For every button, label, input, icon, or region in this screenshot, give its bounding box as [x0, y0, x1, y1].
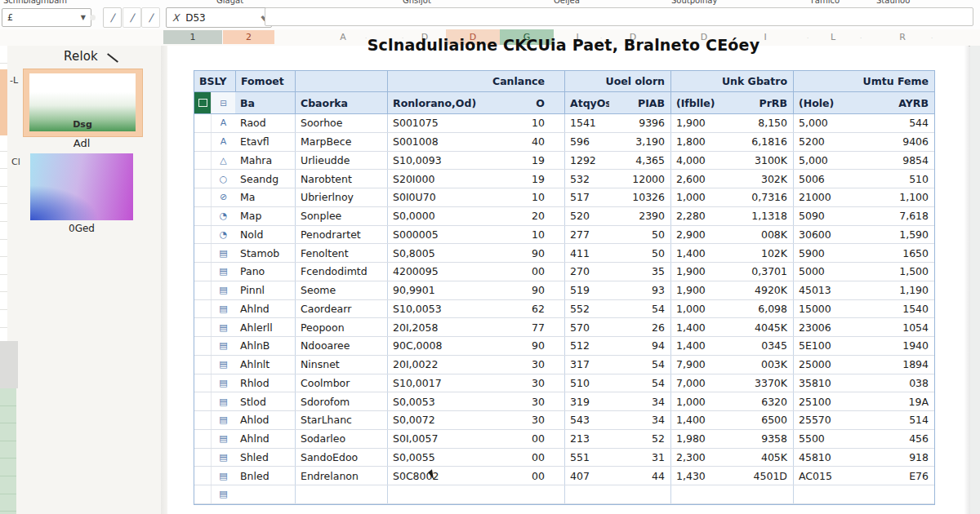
header-o[interactable]: O — [503, 92, 564, 113]
cell-c[interactable]: 2,280 — [670, 207, 724, 225]
cell-blank[interactable] — [194, 244, 211, 262]
cell-val[interactable]: S20I000 — [387, 170, 503, 188]
cell-e[interactable]: 5,000 — [793, 114, 850, 132]
cell-b[interactable]: 2390 — [609, 207, 670, 225]
cell-c[interactable]: 1,400 — [670, 318, 724, 336]
doc-icon[interactable]: ▤ — [211, 337, 235, 355]
cell-o[interactable]: 30 — [503, 356, 564, 374]
doc-icon[interactable]: ▤ — [211, 485, 235, 503]
cell-val[interactable]: S0I0U70 — [387, 188, 503, 206]
cell-e[interactable]: 25100 — [793, 392, 850, 410]
cell-name[interactable]: AhlnB — [235, 337, 295, 355]
cell-f[interactable]: E76 — [850, 467, 934, 485]
cell-d[interactable]: 8,150 — [724, 114, 793, 132]
cell-a[interactable]: 519 — [564, 281, 609, 299]
cell-val[interactable]: S0,8005 — [387, 244, 503, 262]
cell-blank[interactable] — [194, 318, 211, 336]
triangle-icon[interactable]: △ — [211, 152, 235, 170]
cell-a[interactable]: 270 — [564, 263, 609, 281]
ribbon-label[interactable]: Famlco — [811, 0, 840, 5]
cell-d[interactable]: 008K — [724, 226, 793, 244]
table-row[interactable]: ▤BnledEndrelanonS0C800200407441,4304501D… — [194, 467, 934, 485]
cell-b[interactable]: 34 — [609, 392, 670, 410]
cell-c[interactable]: 1,900 — [670, 281, 724, 299]
cell-c[interactable]: 1,000 — [670, 188, 724, 206]
cell-blank[interactable] — [194, 226, 211, 244]
cell-e[interactable] — [793, 485, 850, 503]
cell-o[interactable]: 19 — [503, 170, 564, 188]
cell-o[interactable]: 62 — [503, 300, 564, 318]
header-ayrb[interactable]: AYRB — [850, 92, 934, 113]
cell-b[interactable]: 52 — [609, 430, 670, 448]
ribbon-label[interactable]: Schnblagmbam — [3, 0, 67, 5]
cell-a[interactable]: 277 — [564, 226, 609, 244]
a-icon[interactable]: A — [211, 114, 235, 132]
cell-name[interactable]: Ahlnd — [235, 430, 295, 448]
table-row[interactable]: ▤AhlodStarLhancS0,007230543341,400650025… — [194, 411, 934, 430]
cell-c[interactable]: 1,400 — [670, 337, 724, 355]
cell-blank[interactable] — [194, 485, 211, 503]
cell-o[interactable]: 20 — [503, 207, 564, 225]
cell-val[interactable] — [387, 485, 503, 503]
cell-e[interactable]: 35810 — [793, 374, 850, 392]
cell-cat[interactable]: Penodrartet — [295, 226, 387, 244]
header-hole[interactable]: (Hole) — [793, 92, 850, 113]
cell-c[interactable]: 2,600 — [670, 170, 724, 188]
table-row[interactable]: ○SeandgNarobtentS20I00019532120002,60030… — [194, 170, 934, 188]
cell-f[interactable]: 19A — [850, 392, 934, 410]
cell-c[interactable]: 1,980 — [670, 430, 724, 448]
cell-c[interactable]: 4,000 — [670, 152, 724, 170]
cell-cat[interactable]: Ubrierlnoy — [295, 188, 387, 206]
cell-d[interactable]: 6500 — [724, 411, 793, 429]
cell-val[interactable]: 90C,0008 — [387, 337, 503, 355]
cell-blank[interactable] — [194, 170, 211, 188]
cell-c[interactable]: 7,900 — [670, 356, 724, 374]
table-row[interactable]: △MahraUrlieuddeS10,00931912924,3654,0003… — [194, 152, 934, 171]
doc-icon[interactable]: ▤ — [211, 411, 235, 429]
header-cbaorka[interactable]: Cbaorka — [295, 92, 387, 113]
formula-input[interactable] — [265, 7, 973, 26]
cell-o[interactable]: 90 — [503, 281, 564, 299]
cell-val[interactable]: 20I,2058 — [387, 318, 503, 336]
cell-d[interactable]: 405K — [724, 449, 793, 467]
table-row[interactable]: ▤PanoFcendodimtd420009500270351,9000,370… — [194, 263, 934, 281]
ribbon-label[interactable]: Glagat — [216, 0, 243, 5]
cell-a[interactable] — [564, 485, 609, 503]
cell-name[interactable]: Nold — [235, 226, 295, 244]
cell-f[interactable]: 1940 — [850, 337, 934, 355]
cell-d[interactable]: 102K — [724, 244, 793, 262]
doc-icon[interactable]: ▤ — [211, 467, 235, 485]
cell-a[interactable]: 510 — [564, 374, 609, 392]
header-atqyosm[interactable]: AtqyOsm — [564, 92, 609, 113]
table-row[interactable]: ARaodSoorhoeS00107510154193961,9008,1505… — [194, 114, 934, 133]
cell-a[interactable]: 407 — [564, 467, 609, 485]
cell-o[interactable]: 10 — [503, 114, 564, 132]
cell-name[interactable]: Pano — [235, 263, 295, 281]
cell-e[interactable]: 45810 — [793, 449, 850, 467]
ribbon-label[interactable]: Soutpolnay — [671, 0, 717, 5]
cell-cat[interactable] — [295, 485, 387, 503]
cell-val[interactable]: 4200095 — [387, 263, 503, 281]
cell-o[interactable] — [503, 485, 564, 503]
cell-f[interactable]: 9854 — [850, 152, 934, 170]
doc-icon[interactable]: ▤ — [211, 300, 235, 318]
cell-cat[interactable]: Fenoltent — [295, 244, 387, 262]
cell-val[interactable]: S001008 — [387, 133, 503, 151]
cell-d[interactable]: 4045K — [724, 318, 793, 336]
table-row[interactable]: ▤ — [194, 485, 934, 504]
name-box[interactable]: X D53 ▮ — [166, 7, 272, 28]
cell-blank[interactable] — [194, 337, 211, 355]
cell-b[interactable]: 54 — [609, 374, 670, 392]
cell-e[interactable]: 30600 — [793, 226, 850, 244]
cell-o[interactable]: 90 — [503, 337, 564, 355]
cell-blank[interactable] — [194, 133, 211, 151]
cell-cat[interactable]: Caordearr — [295, 300, 387, 318]
cell-name[interactable]: Mahra — [235, 152, 295, 170]
cell-e[interactable]: 5,000 — [793, 152, 850, 170]
cell-o[interactable]: 30 — [503, 374, 564, 392]
doc-icon[interactable]: ▤ — [211, 244, 235, 262]
cell-d[interactable]: 0,7316 — [724, 188, 793, 206]
cell-c[interactable]: 1,800 — [670, 133, 724, 151]
cell-blank[interactable] — [194, 152, 211, 170]
cell-cat[interactable]: Ndooaree — [295, 337, 387, 355]
